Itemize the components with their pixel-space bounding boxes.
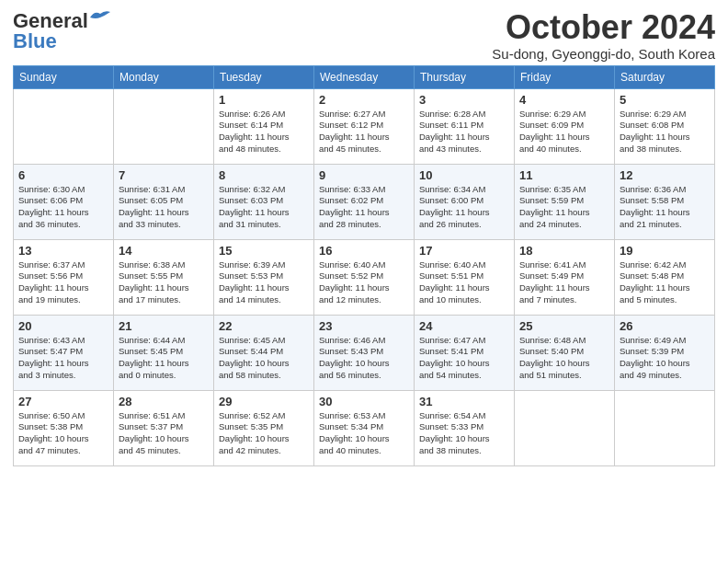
table-row: 27Sunrise: 6:50 AM Sunset: 5:38 PM Dayli… (14, 390, 114, 465)
table-row: 4Sunrise: 6:29 AM Sunset: 6:09 PM Daylig… (515, 88, 615, 164)
day-info: Sunrise: 6:32 AM Sunset: 6:03 PM Dayligh… (219, 184, 309, 231)
table-row: 9Sunrise: 6:33 AM Sunset: 6:02 PM Daylig… (314, 164, 415, 239)
day-number: 2 (319, 93, 409, 107)
table-row: 17Sunrise: 6:40 AM Sunset: 5:51 PM Dayli… (415, 239, 515, 315)
header-monday: Monday (114, 65, 214, 88)
header-friday: Friday (515, 65, 615, 88)
table-row: 3Sunrise: 6:28 AM Sunset: 6:11 PM Daylig… (415, 88, 515, 164)
table-row: 23Sunrise: 6:46 AM Sunset: 5:43 PM Dayli… (314, 315, 415, 390)
calendar-table: Sunday Monday Tuesday Wednesday Thursday… (13, 65, 715, 466)
day-number: 29 (219, 395, 309, 408)
month-title: October 2024 (492, 9, 715, 46)
table-row: 28Sunrise: 6:51 AM Sunset: 5:37 PM Dayli… (114, 390, 214, 465)
table-row (14, 88, 114, 164)
logo-bird-icon (90, 10, 110, 25)
table-row: 7Sunrise: 6:31 AM Sunset: 6:05 PM Daylig… (114, 164, 214, 239)
day-number: 23 (319, 319, 409, 333)
day-info: Sunrise: 6:42 AM Sunset: 5:48 PM Dayligh… (620, 259, 710, 306)
table-row: 13Sunrise: 6:37 AM Sunset: 5:56 PM Dayli… (14, 239, 114, 315)
logo-blue: Blue (13, 29, 57, 53)
table-row: 2Sunrise: 6:27 AM Sunset: 6:12 PM Daylig… (314, 88, 415, 164)
header-tuesday: Tuesday (214, 65, 314, 88)
table-row: 5Sunrise: 6:29 AM Sunset: 6:08 PM Daylig… (615, 88, 715, 164)
logo: General Blue (13, 9, 110, 53)
day-info: Sunrise: 6:47 AM Sunset: 5:41 PM Dayligh… (419, 335, 509, 382)
day-info: Sunrise: 6:27 AM Sunset: 6:12 PM Dayligh… (319, 109, 409, 155)
table-row: 12Sunrise: 6:36 AM Sunset: 5:58 PM Dayli… (615, 164, 715, 239)
day-info: Sunrise: 6:41 AM Sunset: 5:49 PM Dayligh… (519, 259, 609, 306)
day-number: 4 (519, 93, 609, 107)
day-info: Sunrise: 6:35 AM Sunset: 5:59 PM Dayligh… (519, 184, 609, 231)
table-row: 14Sunrise: 6:38 AM Sunset: 5:55 PM Dayli… (114, 239, 214, 315)
day-number: 24 (419, 319, 509, 333)
day-info: Sunrise: 6:29 AM Sunset: 6:08 PM Dayligh… (620, 109, 710, 155)
table-row: 21Sunrise: 6:44 AM Sunset: 5:45 PM Dayli… (114, 315, 214, 390)
day-number: 22 (219, 319, 309, 333)
table-row: 6Sunrise: 6:30 AM Sunset: 6:06 PM Daylig… (14, 164, 114, 239)
table-row: 29Sunrise: 6:52 AM Sunset: 5:35 PM Dayli… (214, 390, 314, 465)
header-thursday: Thursday (415, 65, 515, 88)
page-container: General Blue October 2024 Su-dong, Gyeon… (0, 0, 728, 472)
day-number: 8 (219, 168, 309, 182)
table-row: 15Sunrise: 6:39 AM Sunset: 5:53 PM Dayli… (214, 239, 314, 315)
day-number: 21 (119, 319, 209, 333)
day-info: Sunrise: 6:37 AM Sunset: 5:56 PM Dayligh… (18, 259, 108, 306)
day-number: 26 (620, 319, 710, 333)
day-info: Sunrise: 6:51 AM Sunset: 5:37 PM Dayligh… (119, 410, 209, 457)
calendar-week-row: 1Sunrise: 6:26 AM Sunset: 6:14 PM Daylig… (14, 88, 715, 164)
day-info: Sunrise: 6:38 AM Sunset: 5:55 PM Dayligh… (119, 259, 209, 306)
day-info: Sunrise: 6:45 AM Sunset: 5:44 PM Dayligh… (219, 335, 309, 382)
title-block: October 2024 Su-dong, Gyeonggi-do, South… (492, 9, 715, 62)
table-row: 24Sunrise: 6:47 AM Sunset: 5:41 PM Dayli… (415, 315, 515, 390)
table-row: 8Sunrise: 6:32 AM Sunset: 6:03 PM Daylig… (214, 164, 314, 239)
day-info: Sunrise: 6:54 AM Sunset: 5:33 PM Dayligh… (419, 410, 509, 457)
day-number: 7 (119, 168, 209, 182)
day-info: Sunrise: 6:29 AM Sunset: 6:09 PM Dayligh… (519, 109, 609, 155)
day-number: 15 (219, 244, 309, 258)
day-number: 1 (219, 93, 309, 107)
table-row (114, 88, 214, 164)
day-number: 13 (18, 244, 108, 258)
calendar-week-row: 27Sunrise: 6:50 AM Sunset: 5:38 PM Dayli… (14, 390, 715, 465)
day-number: 19 (620, 244, 710, 258)
day-info: Sunrise: 6:28 AM Sunset: 6:11 PM Dayligh… (419, 109, 509, 155)
day-info: Sunrise: 6:44 AM Sunset: 5:45 PM Dayligh… (119, 335, 209, 382)
day-number: 5 (620, 93, 710, 107)
day-info: Sunrise: 6:34 AM Sunset: 6:00 PM Dayligh… (419, 184, 509, 231)
day-info: Sunrise: 6:49 AM Sunset: 5:39 PM Dayligh… (620, 335, 710, 382)
header-wednesday: Wednesday (314, 65, 415, 88)
calendar-week-row: 13Sunrise: 6:37 AM Sunset: 5:56 PM Dayli… (14, 239, 715, 315)
weekday-header-row: Sunday Monday Tuesday Wednesday Thursday… (14, 65, 715, 88)
header-saturday: Saturday (615, 65, 715, 88)
day-info: Sunrise: 6:26 AM Sunset: 6:14 PM Dayligh… (219, 109, 309, 155)
day-number: 17 (419, 244, 509, 258)
day-info: Sunrise: 6:53 AM Sunset: 5:34 PM Dayligh… (319, 410, 409, 457)
day-number: 12 (620, 168, 710, 182)
day-number: 27 (18, 395, 108, 408)
day-info: Sunrise: 6:52 AM Sunset: 5:35 PM Dayligh… (219, 410, 309, 457)
day-number: 30 (319, 395, 409, 408)
day-info: Sunrise: 6:31 AM Sunset: 6:05 PM Dayligh… (119, 184, 209, 231)
table-row: 18Sunrise: 6:41 AM Sunset: 5:49 PM Dayli… (515, 239, 615, 315)
table-row: 11Sunrise: 6:35 AM Sunset: 5:59 PM Dayli… (515, 164, 615, 239)
day-number: 11 (519, 168, 609, 182)
day-info: Sunrise: 6:50 AM Sunset: 5:38 PM Dayligh… (18, 410, 108, 457)
table-row: 1Sunrise: 6:26 AM Sunset: 6:14 PM Daylig… (214, 88, 314, 164)
table-row (515, 390, 615, 465)
header: General Blue October 2024 Su-dong, Gyeon… (13, 9, 715, 62)
day-number: 14 (119, 244, 209, 258)
day-info: Sunrise: 6:46 AM Sunset: 5:43 PM Dayligh… (319, 335, 409, 382)
table-row: 25Sunrise: 6:48 AM Sunset: 5:40 PM Dayli… (515, 315, 615, 390)
day-number: 31 (419, 395, 509, 408)
day-number: 16 (319, 244, 409, 258)
day-number: 18 (519, 244, 609, 258)
day-number: 28 (119, 395, 209, 408)
day-info: Sunrise: 6:33 AM Sunset: 6:02 PM Dayligh… (319, 184, 409, 231)
day-info: Sunrise: 6:39 AM Sunset: 5:53 PM Dayligh… (219, 259, 309, 306)
day-info: Sunrise: 6:40 AM Sunset: 5:52 PM Dayligh… (319, 259, 409, 306)
day-number: 3 (419, 93, 509, 107)
table-row: 31Sunrise: 6:54 AM Sunset: 5:33 PM Dayli… (415, 390, 515, 465)
table-row: 19Sunrise: 6:42 AM Sunset: 5:48 PM Dayli… (615, 239, 715, 315)
table-row: 16Sunrise: 6:40 AM Sunset: 5:52 PM Dayli… (314, 239, 415, 315)
calendar-week-row: 20Sunrise: 6:43 AM Sunset: 5:47 PM Dayli… (14, 315, 715, 390)
